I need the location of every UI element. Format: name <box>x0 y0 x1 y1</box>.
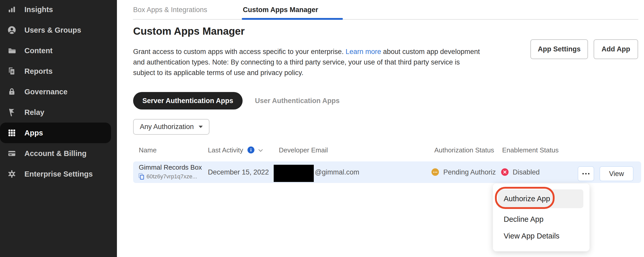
active-tab-underline <box>242 18 343 20</box>
bar-chart-icon <box>7 5 16 14</box>
app-id-line: 60tz6y7vrp1q7xze... <box>138 173 197 180</box>
pending-status-icon <box>431 168 439 176</box>
sidebar-item-reports[interactable]: Reports <box>0 61 117 81</box>
developer-email-domain: @gimmal.com <box>315 161 359 183</box>
flag-icon <box>7 108 16 117</box>
sidebar-item-governance[interactable]: Governance <box>0 81 117 102</box>
sidebar-item-apps[interactable]: Apps <box>0 123 111 143</box>
page-description: Grant access to custom apps with access … <box>133 47 480 78</box>
column-header-name: Name <box>139 146 157 154</box>
sidebar: Insights Users & Groups Cont <box>0 0 117 257</box>
info-icon[interactable] <box>247 146 254 153</box>
page-title: Custom Apps Manager <box>133 25 245 37</box>
copy-icon[interactable] <box>138 173 144 180</box>
learn-more-link[interactable]: Learn more <box>346 48 381 56</box>
sidebar-item-label: Users & Groups <box>24 26 81 34</box>
sidebar-item-label: Insights <box>24 5 53 14</box>
sidebar-item-label: Apps <box>24 129 43 137</box>
sidebar-item-enterprise-settings[interactable]: Enterprise Settings <box>0 164 117 184</box>
row-actions-menu: Authorize App Decline App View App Detai… <box>493 183 590 251</box>
sidebar-item-content[interactable]: Content <box>0 40 117 61</box>
folder-icon <box>7 46 16 55</box>
lock-icon <box>7 87 16 96</box>
caret-down-icon <box>199 126 203 128</box>
credit-card-icon <box>7 149 16 158</box>
last-activity-value: December 15, 2022 <box>208 161 269 183</box>
users-icon <box>7 25 16 35</box>
tab-box-apps-integrations[interactable]: Box Apps & Integrations <box>133 5 207 14</box>
enablement-status-value: Disabled <box>513 161 540 183</box>
app-settings-button[interactable]: App Settings <box>530 39 588 59</box>
segment-user-authentication-apps[interactable]: User Authentication Apps <box>255 92 340 109</box>
custom-apps-manager-page: Insights Users & Groups Cont <box>0 0 644 257</box>
redacted-email-box <box>274 165 314 182</box>
tabstrip-divider <box>133 19 638 20</box>
grid-icon <box>7 128 16 137</box>
column-header-enablement-status: Enablement Status <box>502 146 559 154</box>
column-header-developer-email: Developer Email <box>279 146 328 154</box>
add-app-button[interactable]: Add App <box>594 39 638 59</box>
authorization-filter-dropdown[interactable]: Any Authorization <box>133 119 209 135</box>
app-id: 60tz6y7vrp1q7xze... <box>146 173 197 180</box>
tab-custom-apps-manager[interactable]: Custom Apps Manager <box>243 5 318 14</box>
row-view-button[interactable]: View <box>600 166 633 181</box>
three-dots-icon <box>582 173 590 175</box>
segment-server-authentication-apps[interactable]: Server Authentication Apps <box>133 92 243 109</box>
description-line-1: Grant access to custom apps with access … <box>133 47 480 57</box>
authorization-status-value: Pending Authoriz <box>443 161 502 183</box>
chevron-down-icon[interactable] <box>258 149 263 153</box>
sidebar-item-label: Reports <box>24 67 53 76</box>
sidebar-item-account-billing[interactable]: Account & Billing <box>0 143 117 164</box>
row-more-options-button[interactable] <box>578 166 594 181</box>
menu-item-authorize-app[interactable]: Authorize App <box>504 189 550 208</box>
column-header-authorization-status: Authorization Status <box>434 146 494 154</box>
report-icon <box>7 67 16 76</box>
sidebar-item-label: Account & Billing <box>24 149 87 158</box>
column-header-last-activity[interactable]: Last Activity <box>208 146 243 154</box>
sidebar-item-label: Relay <box>24 108 44 117</box>
menu-item-decline-app[interactable]: Decline App <box>504 212 544 227</box>
sidebar-item-relay[interactable]: Relay <box>0 102 117 123</box>
menu-item-view-app-details[interactable]: View App Details <box>504 228 559 244</box>
disabled-status-icon <box>501 168 509 176</box>
description-line-2: and authentication types. Note: By conne… <box>133 57 480 68</box>
sidebar-item-insights[interactable]: Insights <box>0 0 117 20</box>
authorization-filter-value: Any Authorization <box>140 123 199 131</box>
sidebar-item-label: Governance <box>24 88 68 96</box>
sidebar-item-label: Enterprise Settings <box>24 170 93 178</box>
description-line-3: subject to its applicable terms of use a… <box>133 68 480 78</box>
table-row: Gimmal Records Box 60tz6y7vrp1q7xze... D… <box>133 161 641 183</box>
sidebar-item-users-groups[interactable]: Users & Groups <box>0 20 117 40</box>
app-name: Gimmal Records Box <box>139 163 202 171</box>
gear-icon <box>7 169 16 179</box>
sidebar-item-label: Content <box>24 47 53 55</box>
